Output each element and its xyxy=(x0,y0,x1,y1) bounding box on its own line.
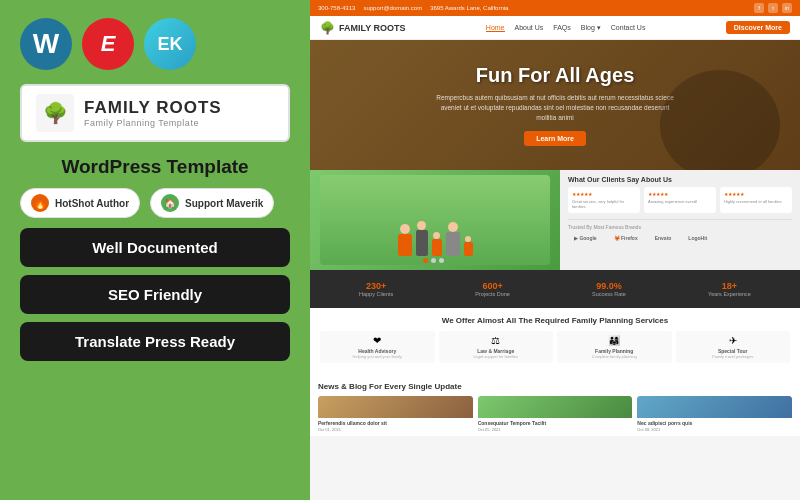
brand-logo-icon: 🌳 xyxy=(36,94,74,132)
extraking-icon: EK xyxy=(144,18,196,70)
nav-blog[interactable]: Blog ▾ xyxy=(581,24,601,32)
test-text-2: Amazing experience overall xyxy=(648,199,712,204)
stat-num-4: 18+ xyxy=(708,281,751,291)
stat-num-3: 99.0% xyxy=(592,281,626,291)
wordpress-icon: W xyxy=(20,18,72,70)
hotshot-badge: 🔥 HotShot Author xyxy=(20,188,140,218)
services-section: We Offer Almost All The Required Family … xyxy=(310,308,800,376)
stat-label-1: Happy Clients xyxy=(359,291,393,297)
blog-post-title-1: Perferendis ullamco dolor sit xyxy=(318,420,473,427)
brand-box: 🌳 FAMILY ROOTS Family Planning Template xyxy=(20,84,290,142)
testimonial-2: ★★★★★ Amazing experience overall xyxy=(644,187,716,213)
stat-label-4: Years Experience xyxy=(708,291,751,297)
rating-1: ★★★★★ xyxy=(572,191,636,197)
dot-1[interactable] xyxy=(423,258,428,263)
topbar-left: 300-758-4313 support@domain.com 3695 Awa… xyxy=(318,5,508,11)
service-desc-3: Complete family planning xyxy=(561,354,668,359)
nav-links: Home About Us FAQs Blog ▾ Contact Us xyxy=(486,24,646,32)
testimonials-section: What Our Clients Say About Us ★★★★★ Grea… xyxy=(560,170,800,270)
topbar-phone: 300-758-4313 xyxy=(318,5,355,11)
service-desc-4: Family travel packages xyxy=(680,354,787,359)
hero-title: Fun For All Ages xyxy=(476,64,635,87)
seo-friendly-button[interactable]: SEO Friendly xyxy=(20,275,290,314)
stat-2: 600+ Projects Done xyxy=(475,281,510,297)
support-label: Support Maverik xyxy=(185,198,263,209)
brand-text: FAMILY ROOTS Family Planning Template xyxy=(84,98,222,128)
topbar-email: support@domain.com xyxy=(363,5,422,11)
trusted-logos: ▶ Google 🦊 Firefox Envato LogoHit xyxy=(568,233,792,243)
testimonials-grid: ★★★★★ Great service, very helpful for fa… xyxy=(568,187,792,213)
service-3: 👨‍👩‍👧 Family Planning Complete family pl… xyxy=(557,331,672,363)
figure-2 xyxy=(416,221,428,256)
wp-template-label: WordPress Template xyxy=(20,156,290,178)
support-icon: 🏠 xyxy=(161,194,179,212)
stats-bar: 230+ Happy Clients 600+ Projects Done 99… xyxy=(310,270,800,308)
translate-press-button[interactable]: Translate Press Ready xyxy=(20,322,290,361)
hero-desc: Rempercbus autem quibsusiam at nut offic… xyxy=(435,93,675,122)
stat-4: 18+ Years Experience xyxy=(708,281,751,297)
blog-section: News & Blog For Every Single Update Perf… xyxy=(310,376,800,436)
rating-3: ★★★★★ xyxy=(724,191,788,197)
elementor-icon: E xyxy=(82,18,134,70)
testimonials-title: What Our Clients Say About Us xyxy=(568,176,792,183)
figure-4 xyxy=(446,222,460,256)
blog-post-1: Perferendis ullamco dolor sit Oct 01, 20… xyxy=(318,396,473,435)
instagram-icon: in xyxy=(782,3,792,13)
blog-info-1: Perferendis ullamco dolor sit Oct 01, 20… xyxy=(318,418,473,435)
service-1: ❤ Health Advisory Helping you and your f… xyxy=(320,331,435,363)
website-preview: 300-758-4313 support@domain.com 3695 Awa… xyxy=(310,0,800,500)
service-icon-1: ❤ xyxy=(324,335,431,346)
blog-post-2: Consequatur Tempore Tacilit Oct 05, 2021 xyxy=(478,396,633,435)
stat-label-3: Success Rate xyxy=(592,291,626,297)
service-icon-4: ✈ xyxy=(680,335,787,346)
service-desc-1: Helping you and your family xyxy=(324,354,431,359)
blog-post-date-1: Oct 01, 2021 xyxy=(318,427,473,433)
nav-faqs[interactable]: FAQs xyxy=(553,24,571,32)
nav-contact[interactable]: Contact Us xyxy=(611,24,646,32)
topbar-social: f t in xyxy=(754,3,792,13)
nav-about[interactable]: About Us xyxy=(515,24,544,32)
service-icon-2: ⚖ xyxy=(443,335,550,346)
blog-post-date-3: Oct 08, 2021 xyxy=(637,427,792,433)
dot-2[interactable] xyxy=(431,258,436,263)
trusted-envato: Envato xyxy=(649,233,678,243)
service-icon-3: 👨‍👩‍👧 xyxy=(561,335,668,346)
blog-info-3: Nec adipisci porrs quis Oct 08, 2021 xyxy=(637,418,792,435)
nav-cta-button[interactable]: Discover More xyxy=(726,21,790,34)
test-text-3: Highly recommend to all families xyxy=(724,199,788,204)
blog-info-2: Consequatur Tempore Tacilit Oct 05, 2021 xyxy=(478,418,633,435)
hero-bg-shape xyxy=(660,70,780,170)
rating-2: ★★★★★ xyxy=(648,191,712,197)
hero-cta-button[interactable]: Learn More xyxy=(524,131,586,146)
trusted-google: ▶ Google xyxy=(568,233,603,243)
nav-logo-icon: 🌳 xyxy=(320,21,335,35)
blog-img-2 xyxy=(478,396,633,418)
stat-num-1: 230+ xyxy=(359,281,393,291)
stat-label-2: Projects Done xyxy=(475,291,510,297)
test-text-1: Great service, very helpful for families xyxy=(572,199,636,209)
service-desc-2: Legal support for families xyxy=(443,354,550,359)
hero-section: Fun For All Ages Rempercbus autem quibsu… xyxy=(310,40,800,170)
blog-post-date-2: Oct 05, 2021 xyxy=(478,427,633,433)
brand-name: FAMILY ROOTS xyxy=(84,98,222,118)
stat-1: 230+ Happy Clients xyxy=(359,281,393,297)
trusted-firefox: 🦊 Firefox xyxy=(608,233,644,243)
hotshot-label: HotShot Author xyxy=(55,198,129,209)
nav-home[interactable]: Home xyxy=(486,24,505,32)
carousel-dots xyxy=(420,255,447,266)
blog-post-title-3: Nec adipisci porrs quis xyxy=(637,420,792,427)
support-badge: 🏠 Support Maverik xyxy=(150,188,274,218)
stat-num-2: 600+ xyxy=(475,281,510,291)
blog-img-3 xyxy=(637,396,792,418)
site-topbar: 300-758-4313 support@domain.com 3695 Awa… xyxy=(310,0,800,16)
left-panel: W E EK 🌳 FAMILY ROOTS Family Planning Te… xyxy=(0,0,310,500)
trusted-logopit: LogoHit xyxy=(682,233,713,243)
badges-row: 🔥 HotShot Author 🏠 Support Maverik xyxy=(20,188,290,218)
service-4: ✈ Special Tour Family travel packages xyxy=(676,331,791,363)
dot-3[interactable] xyxy=(439,258,444,263)
blog-img-1 xyxy=(318,396,473,418)
figure-3 xyxy=(432,232,442,256)
well-documented-button[interactable]: Well Documented xyxy=(20,228,290,267)
topbar-address: 3695 Awards Lane, California xyxy=(430,5,508,11)
facebook-icon: f xyxy=(754,3,764,13)
